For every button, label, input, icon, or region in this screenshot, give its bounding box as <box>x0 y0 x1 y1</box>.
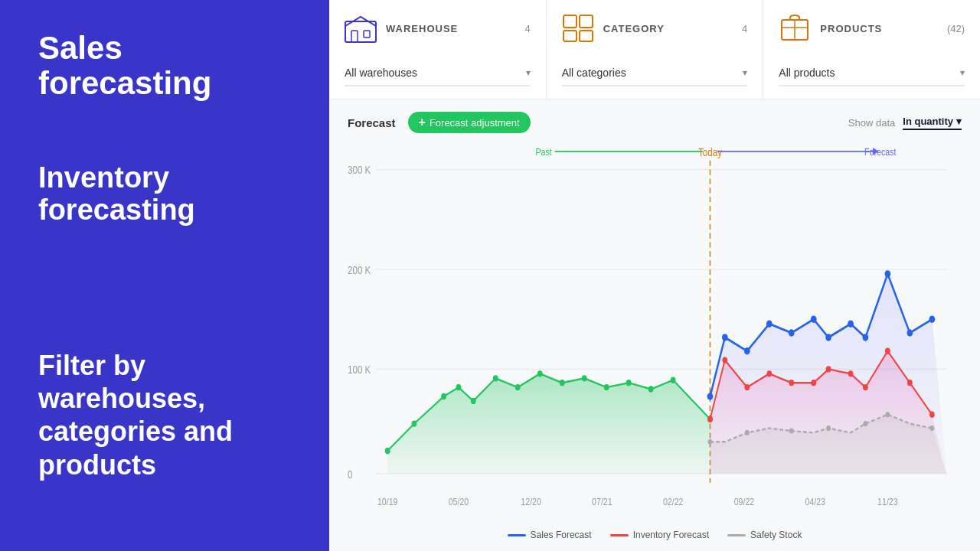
svg-rect-2 <box>364 31 370 37</box>
filter-description-title: Filter by warehouses, categories and pro… <box>38 349 291 481</box>
svg-rect-6 <box>580 31 593 41</box>
warehouse-chevron-icon: ▾ <box>526 67 531 78</box>
svg-point-41 <box>560 380 565 386</box>
svg-text:0: 0 <box>348 468 352 481</box>
svg-text:11/23: 11/23 <box>877 496 898 507</box>
svg-text:09/22: 09/22 <box>734 496 755 507</box>
chart-toolbar: Forecast + Forecast adjustment Show data… <box>348 112 962 133</box>
chart-area: Forecast + Forecast adjustment Show data… <box>329 99 980 551</box>
svg-point-66 <box>825 334 831 341</box>
svg-point-76 <box>863 421 867 426</box>
inventory-forecasting-section: Inventory forecasting <box>38 162 291 288</box>
svg-point-64 <box>789 329 795 336</box>
svg-point-63 <box>766 320 773 327</box>
category-filter: CATEGORY 4 All categories ▾ <box>547 0 764 99</box>
svg-point-49 <box>722 357 727 363</box>
category-label: CATEGORY <box>603 23 665 34</box>
warehouse-label: WAREHOUSE <box>386 23 458 34</box>
products-dropdown-value: All products <box>779 67 835 79</box>
svg-point-55 <box>848 370 854 377</box>
svg-point-52 <box>789 380 794 386</box>
warehouse-filter-header: WAREHOUSE 4 <box>345 12 531 44</box>
category-dropdown-value: All categories <box>562 67 626 79</box>
products-dropdown[interactable]: All products ▾ <box>779 60 965 86</box>
filters-bar: WAREHOUSE 4 All warehouses ▾ CAT <box>329 0 980 99</box>
inventory-forecast-line-icon <box>610 534 629 536</box>
svg-point-60 <box>707 393 714 399</box>
svg-point-37 <box>471 398 476 404</box>
svg-rect-3 <box>564 15 577 28</box>
right-panel: WAREHOUSE 4 All warehouses ▾ CAT <box>329 0 980 551</box>
svg-text:200 K: 200 K <box>348 264 371 276</box>
products-filter: PRODUCTS (42) All products ▾ <box>763 0 980 99</box>
svg-text:02/22: 02/22 <box>663 496 684 507</box>
svg-point-71 <box>929 315 935 322</box>
sales-forecast-line-icon <box>508 534 526 536</box>
show-data-label: Show data <box>848 117 895 129</box>
inventory-forecast-legend-label: Inventory Forecast <box>633 530 709 540</box>
forecast-adj-label: Forecast adjustment <box>430 117 520 129</box>
svg-point-54 <box>826 366 831 372</box>
svg-text:07/21: 07/21 <box>592 496 612 507</box>
safety-stock-line-icon <box>727 534 746 536</box>
svg-point-57 <box>885 348 890 354</box>
inventory-forecast-legend: Inventory Forecast <box>610 530 709 540</box>
svg-point-70 <box>906 329 913 336</box>
svg-point-77 <box>885 412 890 417</box>
left-panel: Sales forecasting Inventory forecasting … <box>0 0 329 551</box>
safety-stock-legend-label: Safety Stock <box>750 530 802 540</box>
category-dropdown[interactable]: All categories ▾ <box>562 60 748 86</box>
svg-point-69 <box>885 270 891 277</box>
in-quantity-chevron-icon: ▾ <box>956 116 962 127</box>
svg-text:10/19: 10/19 <box>377 496 398 507</box>
svg-point-75 <box>826 425 831 431</box>
warehouse-dropdown-value: All warehouses <box>345 67 417 79</box>
svg-point-68 <box>863 334 869 341</box>
warehouse-dropdown[interactable]: All warehouses ▾ <box>345 60 531 86</box>
svg-point-39 <box>515 384 521 390</box>
svg-text:05/20: 05/20 <box>449 496 469 507</box>
warehouse-icon <box>345 12 377 44</box>
forecast-chart: 300 K 200 K 100 K 0 10/19 05/20 12/20 07… <box>348 142 962 523</box>
category-icon <box>562 12 594 44</box>
sales-forecast-legend: Sales Forecast <box>508 530 592 540</box>
forecast-label: Forecast <box>348 116 396 129</box>
svg-point-51 <box>766 370 772 377</box>
chart-wrapper: 300 K 200 K 100 K 0 10/19 05/20 12/20 07… <box>348 142 962 523</box>
svg-point-35 <box>441 393 446 399</box>
svg-point-72 <box>708 439 713 445</box>
products-icon <box>779 12 811 44</box>
plus-icon: + <box>419 116 426 129</box>
category-chevron-icon: ▾ <box>743 67 747 78</box>
svg-rect-1 <box>351 31 358 42</box>
forecast-adjustment-button[interactable]: + Forecast adjustment <box>408 112 531 133</box>
svg-point-43 <box>604 384 609 390</box>
svg-point-74 <box>789 429 794 434</box>
svg-point-40 <box>537 370 543 377</box>
products-filter-header: PRODUCTS (42) <box>779 12 965 44</box>
svg-point-46 <box>671 377 676 383</box>
category-filter-header: CATEGORY 4 <box>562 12 748 44</box>
products-count: (42) <box>947 23 965 34</box>
svg-text:04/23: 04/23 <box>805 496 825 507</box>
svg-point-36 <box>456 384 462 390</box>
safety-stock-legend: Safety Stock <box>727 530 802 540</box>
warehouse-filter: WAREHOUSE 4 All warehouses ▾ <box>329 0 547 99</box>
svg-rect-4 <box>580 15 593 28</box>
sales-forecasting-title: Sales forecasting <box>38 31 291 101</box>
svg-text:Today: Today <box>698 146 722 158</box>
svg-point-42 <box>582 375 587 381</box>
svg-point-56 <box>863 384 868 390</box>
svg-point-53 <box>811 380 816 386</box>
svg-point-73 <box>745 430 750 435</box>
svg-rect-0 <box>345 21 376 42</box>
svg-text:100 K: 100 K <box>348 364 371 376</box>
products-chevron-icon: ▾ <box>960 67 965 78</box>
svg-point-67 <box>848 320 854 327</box>
svg-point-34 <box>412 420 417 426</box>
in-quantity-dropdown[interactable]: In quantity ▾ <box>903 116 962 130</box>
svg-point-48 <box>707 416 713 422</box>
show-data-area: Show data In quantity ▾ <box>848 116 962 130</box>
svg-point-44 <box>626 380 632 386</box>
warehouse-count: 4 <box>524 23 530 34</box>
